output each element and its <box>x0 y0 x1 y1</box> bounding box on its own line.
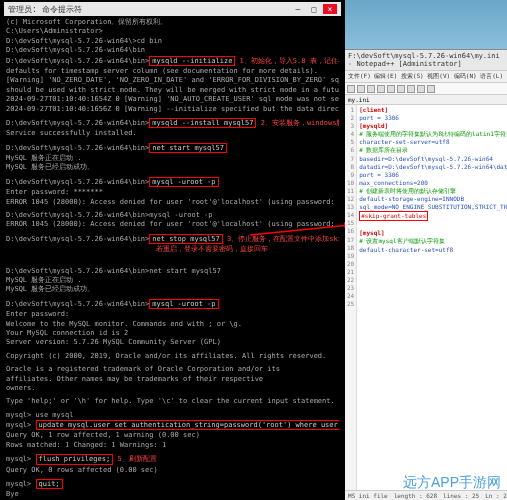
status-position: Ln : 21 Col : 1 Pos : 572 <box>485 492 507 499</box>
cmd-update-pwd: update mysql.user set authentication_str… <box>36 420 339 430</box>
editor-area[interactable]: 1234567891011121314151617181920212223242… <box>345 105 507 490</box>
code-line: port = 3306 <box>359 171 507 179</box>
notepad-title-bar: F:\devSoft\mysql-5.7.26-win64\my.ini - N… <box>345 50 507 71</box>
cmd-row: D:\devSoft\mysql-5.7.26-win64\bin>mysql … <box>6 177 339 187</box>
cut-icon[interactable] <box>387 85 395 93</box>
cmd-row: D:\devSoft\mysql-5.7.26-win64\bin>net st… <box>6 234 339 244</box>
output-line: Type 'help;' or '\h' for help. Type '\c'… <box>6 397 339 405</box>
cmd-install: mysqld --install mysql57 <box>149 118 256 128</box>
minimize-button[interactable]: — <box>291 4 305 14</box>
code-line: # 创建新表时将使用的默认存储引擎 <box>359 187 507 195</box>
output-line: Query OK, 1 row affected, 1 warning (0.0… <box>6 431 339 439</box>
save-all-icon[interactable] <box>377 85 385 93</box>
code-line: character-set-server=utf8 <box>359 138 507 146</box>
notepad-menu-bar[interactable]: 文件(F) 编辑(E) 搜索(S) 视图(V) 编码(N) 语言(L) 设置(T… <box>345 71 507 83</box>
output-line: Copyright (c) 2000, 2019, Oracle and/or … <box>6 352 339 360</box>
window-title: 管理员: 命令提示符 <box>8 4 82 15</box>
output-line: D:\devSoft\mysql-5.7.26-win64\>cd bin <box>6 37 339 45</box>
copy-icon[interactable] <box>397 85 405 93</box>
cmd-quit: quit; <box>36 479 63 489</box>
note-3: 3、停止服务，在配置文件中添加skip-grant-tables， <box>227 235 339 243</box>
undo-icon[interactable] <box>417 85 425 93</box>
output-line: Rows matched: 1 Changed: 1 Warnings: 1 <box>6 441 339 449</box>
code-line: default-character-set=utf8 <box>359 246 507 254</box>
save-icon[interactable] <box>367 85 375 93</box>
cmd-row: mysql> update mysql.user set authenticat… <box>6 420 339 430</box>
output-line: mysql> use mysql <box>6 411 339 419</box>
code-content[interactable]: [client] port = 3306 [mysqld] # 服务端使用的字符… <box>357 105 507 490</box>
output-line: Service successfully installed. <box>6 129 339 137</box>
prompt-line: C:\Users\Administrator> <box>6 27 339 35</box>
status-filetype: MS ini file <box>348 492 388 499</box>
notepad-tab[interactable]: my.ini <box>345 95 507 105</box>
output-line: Enter password: <box>6 310 339 318</box>
cmd-row: mysql> flush privileges; 5、刷新配置 <box>6 454 339 464</box>
code-line: sql_mode=NO_ENGINE_SUBSTITUTION,STRICT_T… <box>359 203 507 211</box>
skip-grant-tables-line: #skip-grant-tables <box>359 211 428 221</box>
code-line: [mysqld] <box>359 122 507 130</box>
output-line: affiliates. Other names may be trademark… <box>6 375 339 383</box>
terminal-window: 管理员: 命令提示符 — □ × (c) Microsoft Corporati… <box>0 0 345 500</box>
output-line: MySQL 服务已经启动成功。 <box>6 163 339 171</box>
output-line: D:\devSoft\mysql-5.7.26-win64\bin>net st… <box>6 267 339 275</box>
cmd-start: net start mysql57 <box>149 143 227 153</box>
note-3b: 若重启，登录不需要密码，直接回车 <box>6 245 339 253</box>
code-line: [mysql] <box>359 229 507 237</box>
cmd-row: mysql> quit; <box>6 479 339 489</box>
output-line: 2024-09-27T01:10:40:1654Z 0 [Warning] 'N… <box>6 95 339 103</box>
output-line: 2024-09-27T01:10:40:1656Z 0 [Warning] --… <box>6 105 339 113</box>
terminal-content[interactable]: (c) Microsoft Corporation。保留所有权利。 C:\Use… <box>4 16 341 500</box>
note-1: 1、初始化，导入5.8 表，记住在右下方红色框中 <box>240 57 339 65</box>
code-line: # 数据库所在目录 <box>359 146 507 154</box>
output-line: ERROR 1045 (28000): Access denied for us… <box>6 220 339 228</box>
cmd-row: D:\devSoft\mysql-5.7.26-win64\bin>net st… <box>6 143 339 153</box>
code-line: datadir=D:\devSoft\mysql-5.7.26-win64\da… <box>359 163 507 171</box>
watermark-text: 远方APP手游网 <box>403 474 501 492</box>
output-line: D:\devSoft\mysql-5.7.26-win64\bin>mysql … <box>6 211 339 219</box>
status-length: length : 628 <box>394 492 437 499</box>
cmd-initialize: mysqld --initialize <box>149 56 235 66</box>
output-line: D:\devSoft\mysql-5.7.26-win64\bin <box>6 46 339 54</box>
code-line: [client] <box>359 106 507 114</box>
output-line: Your MySQL connection id is 2 <box>6 329 339 337</box>
output-line: ERROR 1045 (28000): Access denied for us… <box>6 198 339 206</box>
output-line: should be used with strict mode. They wi… <box>6 86 339 94</box>
cmd-row: D:\devSoft\mysql-5.7.26-win64\bin>mysqld… <box>6 118 339 128</box>
desktop-wallpaper <box>345 0 507 50</box>
cmd-login: mysql -uroot -p <box>149 177 218 187</box>
terminal-title-bar: 管理员: 命令提示符 — □ × <box>4 2 341 16</box>
line-number-gutter: 1234567891011121314151617181920212223242… <box>345 105 357 490</box>
paste-icon[interactable] <box>407 85 415 93</box>
output-line: defaults for timestamp server column (se… <box>6 67 339 75</box>
output-line: Oracle is a registered trademark of Orac… <box>6 365 339 373</box>
window-controls: — □ × <box>291 4 337 14</box>
note-5: 5、刷新配置 <box>117 455 156 463</box>
code-line: port = 3306 <box>359 114 507 122</box>
cmd-row: D:\devSoft\mysql-5.7.26-win64\bin>mysql … <box>6 299 339 309</box>
cmd-row: D:\devSoft\mysql-5.7.26-win64\bin>mysqld… <box>6 56 339 66</box>
redo-icon[interactable] <box>427 85 435 93</box>
output-line: Server version: 5.7.26 MySQL Community S… <box>6 338 339 346</box>
close-button[interactable]: × <box>323 4 337 14</box>
output-line: Query OK, 0 rows affected (0.00 sec) <box>6 466 339 474</box>
output-line: Welcome to the MySQL monitor. Commands e… <box>6 320 339 328</box>
output-line: Enter password: ******* <box>6 188 339 196</box>
status-lines: lines : 25 <box>443 492 479 499</box>
open-file-icon[interactable] <box>357 85 365 93</box>
output-line: (c) Microsoft Corporation。保留所有权利。 <box>6 18 339 26</box>
output-line: owners. <box>6 384 339 392</box>
output-line: MySQL 服务已经启动成功。 <box>6 285 339 293</box>
output-line: MySQL 服务正在启动 . <box>6 276 339 284</box>
output-line: Bye <box>6 490 339 498</box>
code-line: basedir=D:\devSoft\mysql-5.7.26-win64 <box>359 155 507 163</box>
output-line: MySQL 服务正在启动 . <box>6 154 339 162</box>
maximize-button[interactable]: □ <box>307 4 321 14</box>
cmd-flush: flush privileges; <box>36 454 114 464</box>
cmd-login2: mysql -uroot -p <box>149 299 218 309</box>
output-line: [Warning] 'NO_ZERO_DATE', 'NO_ZERO_IN_DA… <box>6 76 339 84</box>
code-line: max_connections=200 <box>359 179 507 187</box>
new-file-icon[interactable] <box>347 85 355 93</box>
code-line-highlighted: #skip-grant-tables <box>359 211 507 221</box>
code-line: default-storage-engine=INNODB <box>359 195 507 203</box>
notepad-title: F:\devSoft\mysql-5.7.26-win64\my.ini - N… <box>348 52 500 68</box>
